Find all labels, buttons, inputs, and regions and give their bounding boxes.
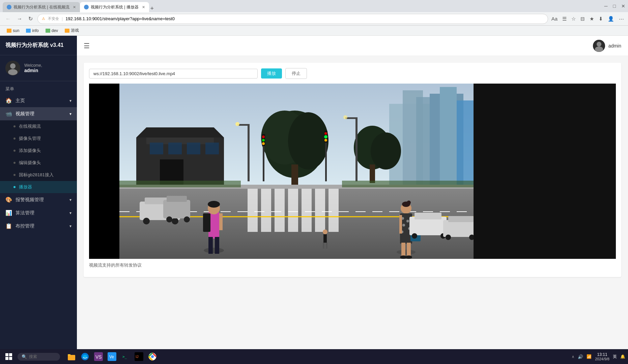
stop-button[interactable]: 停止 [285,68,307,79]
address-bar[interactable]: ⚠ 不安全 | [37,14,548,24]
video-left-black [89,84,119,259]
svg-point-83 [407,201,411,205]
subitem-livestream-label: 在线视频流 [19,123,41,129]
new-tab-button[interactable]: + [150,5,154,12]
app-container: 视频行为分析系统 v3.41 Welcome, admin 菜单 🏠 主页 ▾ [0,36,628,364]
translate-icon[interactable]: Aa [551,16,558,22]
svg-rect-22 [370,164,375,183]
minimize-button[interactable]: ─ [604,3,608,9]
sidebar-item-algorithm[interactable]: 📊 算法管理 ▾ [0,206,77,219]
start-button[interactable] [3,352,15,361]
taskbar-app-vscode[interactable]: VS [92,351,105,363]
subitem-edit-camera-label: 编辑摄像头 [19,160,41,166]
taskbar-app-terminal[interactable]: >_ [119,351,132,363]
taskbar-tray: ∧ 🔊 📶 13:11 2024/9/8 英 🔔 [572,352,625,361]
alarm-video-icon: 🎨 [5,196,12,203]
svg-point-15 [288,112,329,170]
main-header: ☰ admin [77,36,628,56]
misc1-icon: Ve [108,352,116,361]
sidebar-item-layout-control[interactable]: 📋 布控管理 ▾ [0,219,77,233]
back-button[interactable]: ← [4,14,12,23]
svg-point-76 [323,230,327,234]
bookmark-games[interactable]: 游戏 [62,27,82,34]
tab-close-1[interactable]: ✕ [73,5,76,9]
sidebar-subitem-player[interactable]: 播放器 [0,181,77,193]
browser-tab-2[interactable]: 视频行为分析系统 | 播放器 ✕ [80,2,149,12]
svg-rect-73 [204,213,207,230]
svg-point-80 [397,250,416,254]
split-view-icon[interactable]: ⊟ [580,16,585,22]
sidebar-item-alarm-video[interactable]: 🎨 报警视频管理 ▾ [0,193,77,206]
player-url-input[interactable] [89,69,258,79]
tab-close-2[interactable]: ✕ [142,5,145,9]
svg-point-47 [324,135,327,139]
taskbar-app-fileexplorer[interactable] [65,351,78,363]
taskbar-app-misc1[interactable]: Ve [106,351,118,363]
favorite-icon[interactable]: ☆ [571,16,576,22]
terminal-icon: >_ [121,352,130,361]
sidebar-subitem-add-camera[interactable]: 添加摄像头 [0,145,77,157]
svg-point-4 [597,42,601,47]
svg-rect-52 [275,188,285,232]
reload-button[interactable]: ↻ [27,14,34,23]
svg-marker-25 [136,127,224,138]
svg-point-87 [402,224,405,226]
home-arrow-icon: ▾ [69,98,72,103]
svg-point-44 [324,132,327,135]
volume-icon[interactable]: 🔊 [578,354,583,359]
notification-icon[interactable]: 🔔 [620,354,625,359]
video-arrow-icon: ▾ [69,112,72,116]
taskbar-time[interactable]: 13:11 2024/9/8 [595,352,609,361]
maximize-button[interactable]: □ [613,3,616,9]
extensions-icon[interactable]: ⋯ [619,16,624,22]
network-icon[interactable]: 📶 [587,354,592,359]
address-input[interactable] [65,16,544,21]
profile-icon[interactable]: 👤 [608,16,614,22]
bookmark-dev[interactable]: dev [43,28,61,34]
bookmark-info[interactable]: info [23,28,41,34]
vscode-icon: VS [94,352,103,361]
svg-point-61 [143,218,150,224]
sidebar-subitem-edit-camera[interactable]: 编辑摄像头 [0,157,77,169]
tab-favicon-2 [84,5,89,9]
bookmark-label: dev [52,28,58,33]
close-window-button[interactable]: ✕ [621,3,625,9]
svg-point-39 [262,135,265,138]
header-admin-label: admin [608,43,621,49]
sidebar-item-home[interactable]: 🏠 主页 ▾ [0,94,77,107]
taskbar-search[interactable]: 🔍 [18,353,60,361]
sidebar-subitem-gb28181[interactable]: 国标gb28181接入 [0,169,77,181]
reader-mode-icon[interactable]: ☰ [562,16,567,22]
svg-rect-16 [291,164,298,185]
tab-favicon-1 [7,5,11,9]
svg-point-1 [10,63,16,69]
hamburger-button[interactable]: ☰ [84,42,90,50]
file-explorer-icon [67,352,76,361]
taskbar-app-intellij[interactable]: IJ [133,351,145,363]
bookmark-sun[interactable]: sun [4,28,22,34]
svg-rect-26 [150,143,163,154]
sidebar-item-video-management[interactable]: 📹 视频管理 ▾ [0,107,77,120]
taskbar-search-input[interactable] [29,354,56,359]
taskbar-date: 2024/9/8 [595,357,609,361]
svg-point-5 [595,47,603,52]
play-button[interactable]: 播放 [261,68,282,79]
taskbar-app-chrome[interactable] [146,351,159,363]
sub-dot-icon [13,138,16,140]
layout-control-arrow-icon: ▾ [69,224,72,229]
svg-rect-104 [119,181,241,187]
taskbar-app-edge[interactable] [79,351,91,363]
algorithm-arrow-icon: ▾ [69,211,72,215]
svg-rect-50 [248,188,258,232]
language-indicator[interactable]: 英 [613,354,617,360]
collections-icon[interactable]: ★ [590,16,594,22]
sidebar-subitem-livestream[interactable]: 在线视频流 [0,120,77,132]
bookmark-label: sun [13,28,19,33]
forward-button[interactable]: → [16,14,24,23]
svg-rect-72 [219,213,223,230]
tray-chevron[interactable]: ∧ [572,355,574,359]
downloads-icon[interactable]: ⬇ [599,16,603,22]
sidebar-subitem-camera-management[interactable]: 摄像头管理 [0,132,77,145]
browser-tab-1[interactable]: 视频行为分析系统 | 在线视频流 ✕ [3,2,80,12]
sidebar-user-info: Welcome, admin [24,63,42,73]
